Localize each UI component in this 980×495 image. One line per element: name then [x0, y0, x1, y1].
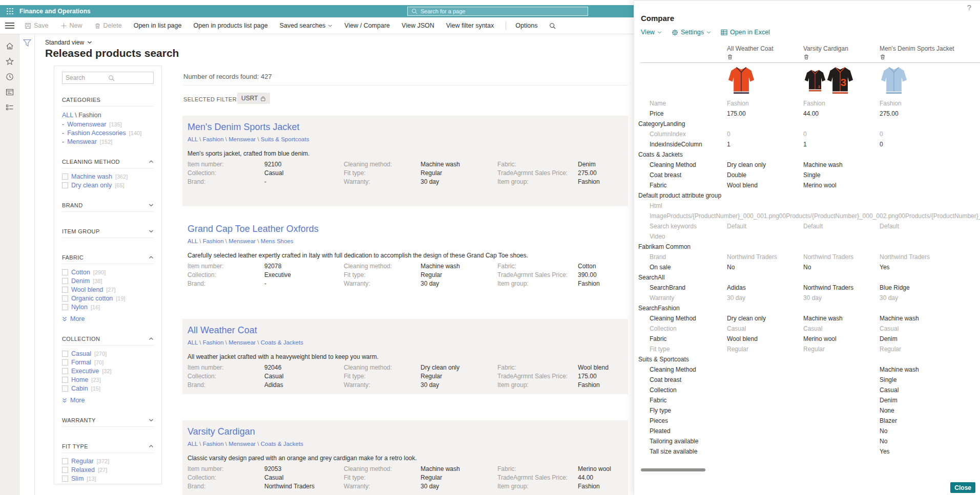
nav-clock-icon[interactable]: [0, 69, 19, 84]
more-link[interactable]: More: [62, 396, 154, 404]
nav-home-icon[interactable]: [0, 38, 19, 54]
checkbox[interactable]: [62, 458, 68, 464]
filter-section-header[interactable]: CATEGORIES: [62, 97, 154, 106]
hamburger-menu-icon[interactable]: [5, 21, 14, 30]
nav-form-icon[interactable]: [0, 84, 19, 100]
checkbox[interactable]: [62, 295, 68, 302]
product-card[interactable]: Men's Denim Sports JacketALL \ Fashion \…: [182, 116, 628, 206]
checkbox[interactable]: [62, 174, 68, 180]
action-view-json[interactable]: View JSON: [402, 22, 434, 29]
breadcrumb-link[interactable]: ALL: [187, 339, 198, 346]
checkbox[interactable]: [62, 278, 68, 284]
help-icon[interactable]: ?: [967, 3, 971, 12]
page-search-input[interactable]: Search for a page: [407, 7, 588, 16]
selected-filter-chip[interactable]: USRT: [237, 93, 270, 104]
checkbox[interactable]: [62, 377, 68, 383]
breadcrumb-link[interactable]: ALL: [187, 441, 198, 447]
filter-funnel-icon[interactable]: [23, 39, 31, 47]
product-card[interactable]: Varsity CardiganALL \ Fashion \ Menswear…: [182, 420, 628, 495]
checkbox[interactable]: [62, 182, 68, 188]
filter-value-link[interactable]: Fashion Accessories: [67, 130, 126, 137]
breadcrumb-link[interactable]: Fashion: [203, 136, 224, 142]
filter-section-header[interactable]: FABRIC: [62, 254, 154, 264]
checkbox[interactable]: [62, 484, 68, 485]
remove-product-trash-icon[interactable]: [803, 54, 809, 60]
filter-value-link[interactable]: Nylon: [71, 304, 88, 311]
breadcrumb-link[interactable]: ALL: [187, 136, 198, 142]
filter-value-link[interactable]: Organic cotton: [71, 295, 113, 302]
filter-section-header[interactable]: BRAND: [62, 202, 154, 212]
view-selector[interactable]: Standard view: [45, 39, 92, 46]
breadcrumb-link[interactable]: Suits & Sportcoats: [261, 136, 309, 142]
action-open-in-products-list-page[interactable]: Open in products list page: [193, 22, 267, 29]
filter-value-link[interactable]: Dry clean only: [71, 182, 112, 189]
product-card[interactable]: All Weather CoatALL \ Fashion \ Menswear…: [182, 319, 628, 394]
breadcrumb-link[interactable]: Menswear: [228, 136, 256, 142]
filter-value-link[interactable]: Denim: [71, 277, 90, 285]
nav-star-icon[interactable]: [0, 54, 19, 69]
filter-value-link[interactable]: Wool blend: [71, 286, 103, 293]
breadcrumb-link[interactable]: Fashion: [203, 238, 224, 244]
category-root-link[interactable]: ALL: [62, 112, 73, 119]
checkbox[interactable]: [62, 476, 68, 482]
filter-value-link[interactable]: Home: [71, 376, 88, 383]
action-open-in-list-page[interactable]: Open in list page: [134, 22, 182, 29]
checkbox[interactable]: [62, 269, 68, 275]
breadcrumb-link[interactable]: Mens Shoes: [261, 238, 294, 244]
filter-search-input[interactable]: Search: [62, 72, 154, 84]
filter-value-link[interactable]: Cabin: [71, 385, 88, 392]
waffle-menu-icon[interactable]: [7, 8, 13, 15]
action-saved-searches[interactable]: Saved searches: [280, 22, 333, 29]
product-title-link[interactable]: All Weather Coat: [187, 325, 257, 336]
product-title-link[interactable]: Varsity Cardigan: [187, 426, 255, 437]
compare-toolbar-open-in-excel[interactable]: Open in Excel: [721, 29, 770, 36]
filter-section-header[interactable]: FIT TYPE: [62, 443, 154, 453]
filter-value-link[interactable]: Executive: [71, 368, 99, 375]
checkbox[interactable]: [62, 467, 68, 473]
remove-product-trash-icon[interactable]: [727, 54, 733, 60]
filter-section-header[interactable]: WARRANTY: [62, 417, 154, 427]
breadcrumb-link[interactable]: Coats & Jackets: [261, 339, 303, 346]
filter-value-link[interactable]: Menswear: [67, 138, 97, 145]
filter-section-header[interactable]: COLLECTION: [62, 336, 154, 346]
checkbox[interactable]: [62, 351, 68, 357]
product-title-link[interactable]: Grand Cap Toe Leather Oxfords: [187, 224, 319, 234]
filter-value-link[interactable]: Relaxed: [71, 466, 95, 474]
action-search[interactable]: [549, 23, 556, 29]
checkbox[interactable]: [62, 359, 68, 365]
close-button[interactable]: Close: [950, 482, 975, 493]
filter-section-header[interactable]: CLEANING METHOD: [62, 159, 154, 168]
breadcrumb-link[interactable]: ALL: [187, 238, 198, 244]
filter-value-link[interactable]: Machine wash: [71, 173, 112, 180]
compare-toolbar-view[interactable]: View: [641, 29, 662, 36]
action-options[interactable]: Options: [515, 22, 537, 29]
checkbox[interactable]: [62, 287, 68, 293]
filter-value-link[interactable]: Regular: [71, 458, 94, 465]
product-title-link[interactable]: Men's Denim Sports Jacket: [187, 122, 300, 133]
breadcrumb-link[interactable]: Coats & Jackets: [261, 441, 303, 447]
filter-value-link[interactable]: Slim: [71, 475, 84, 482]
breadcrumb-link[interactable]: Menswear: [228, 238, 256, 244]
filter-section-header[interactable]: ITEM GROUP: [62, 228, 154, 238]
remove-product-trash-icon[interactable]: [880, 54, 885, 60]
action-view-compare[interactable]: View / Compare: [344, 22, 390, 29]
product-card[interactable]: Grand Cap Toe Leather OxfordsALL \ Fashi…: [182, 218, 628, 307]
filter-value-link[interactable]: Tailored: [71, 484, 94, 485]
breadcrumb-link[interactable]: Menswear: [228, 441, 256, 447]
checkbox[interactable]: [62, 304, 68, 310]
checkbox[interactable]: [62, 385, 68, 392]
horizontal-scrollbar-thumb[interactable]: [641, 468, 705, 471]
breadcrumb-link[interactable]: Fashion: [203, 441, 224, 447]
attribute-label: On sale: [634, 264, 727, 271]
compare-toolbar-settings[interactable]: Settings: [672, 29, 711, 36]
breadcrumb-link[interactable]: Menswear: [228, 339, 256, 346]
filter-value-link[interactable]: Womenswear: [67, 121, 106, 128]
filter-value-link[interactable]: Cotton: [71, 269, 90, 276]
filter-value-link[interactable]: Casual: [71, 350, 91, 357]
filter-value-link[interactable]: Formal: [71, 359, 91, 366]
checkbox[interactable]: [62, 368, 68, 374]
breadcrumb-link[interactable]: Fashion: [203, 339, 224, 346]
nav-list-icon[interactable]: [0, 100, 19, 115]
action-view-filter-syntax[interactable]: View filter syntax: [446, 22, 494, 29]
more-link[interactable]: More: [62, 314, 154, 323]
